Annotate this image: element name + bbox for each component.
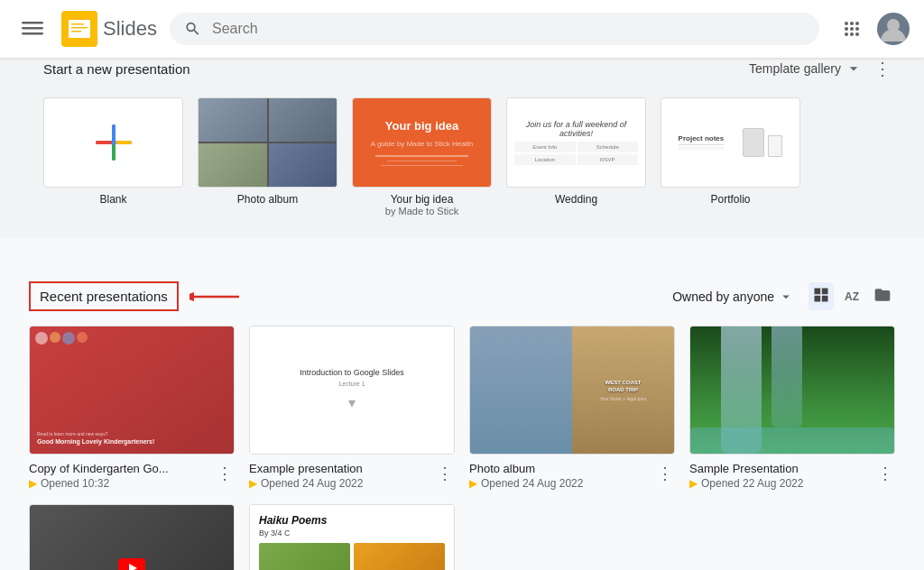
sort-button[interactable]: AZ <box>841 287 863 307</box>
menu-icon[interactable] <box>14 10 51 49</box>
template-label-wedding: Wedding <box>555 193 597 206</box>
presentation-card-example[interactable]: Introduction to Google Slides Lecture 1 … <box>249 326 455 490</box>
grid-view-button[interactable] <box>808 282 834 310</box>
wedding-preview: Join us for a full weekend of activities… <box>514 120 638 165</box>
search-bar[interactable] <box>170 13 819 45</box>
recent-header: Recent presentations Owned by anyone <box>29 281 895 311</box>
example-preview: Introduction to Google Slides Lecture 1 … <box>250 326 454 454</box>
pres-title-sample: Sample Presentation <box>689 462 875 475</box>
pres-more-sample[interactable]: ⋮ <box>875 462 895 485</box>
owned-by-label: Owned by anyone <box>672 290 774 304</box>
template-section-title: Start a new presentation <box>43 61 190 77</box>
apps-grid-icon[interactable] <box>834 11 870 47</box>
haiku-title-text: Haiku Poems <box>259 514 445 527</box>
owned-by-chevron-icon <box>778 289 794 305</box>
templates-grid: Blank Photo album Your big idea A guide … <box>43 97 924 216</box>
search-icon <box>184 20 201 38</box>
template-item-wedding[interactable]: Join us for a full weekend of activities… <box>506 97 646 206</box>
presentations-grid: Read to learn more and new ways? Good Mo… <box>29 326 895 570</box>
template-item-blank[interactable]: Blank <box>43 97 183 206</box>
pres-more-kinder[interactable]: ⋮ <box>215 462 235 485</box>
slides-icon-photo: ▶ <box>469 477 477 490</box>
pres-more-example[interactable]: ⋮ <box>435 462 455 485</box>
recent-title-wrapper: Recent presentations <box>29 281 244 311</box>
presentation-card-haiku[interactable]: Haiku Poems By 3/4 C Haiku Poems 3/4 C ▶… <box>249 504 455 571</box>
pres-more-photo-album[interactable]: ⋮ <box>655 462 675 485</box>
pres-time-photo-album: Opened 24 Aug 2022 <box>481 477 583 490</box>
template-more-button[interactable]: ⋮ <box>870 54 895 83</box>
portfolio-preview: Project notes <box>669 128 792 157</box>
template-item-big-idea[interactable]: Your big idea A guide by Made to Stick H… <box>352 97 492 216</box>
presentation-card-kinder[interactable]: Read to learn more and new ways? Good Mo… <box>29 326 235 490</box>
svg-point-14 <box>845 32 848 36</box>
svg-point-12 <box>850 27 854 31</box>
sort-label: AZ <box>845 290 859 303</box>
youtube-logo <box>118 558 145 570</box>
svg-point-8 <box>845 22 848 25</box>
avatar[interactable] <box>877 13 910 45</box>
kinder-sub-text: Read to learn more and new ways? <box>37 431 226 437</box>
kinder-preview: Read to learn more and new ways? Good Mo… <box>30 326 234 454</box>
pres-info-kinder: Copy of Kindergarten Go... ▶ Opened 10:3… <box>29 462 235 490</box>
view-icons: AZ <box>808 282 895 310</box>
search-input[interactable] <box>212 21 805 37</box>
presentation-card-photo-album[interactable]: WEST COASTROAD TRIP Your footer + legal … <box>469 326 675 490</box>
slides-icon-kinder: ▶ <box>29 477 37 490</box>
arrow-indicator-icon <box>189 283 244 310</box>
youtube-preview <box>30 505 234 571</box>
template-gallery-arrow-icon <box>845 60 863 78</box>
grid-view-icon <box>812 286 830 304</box>
template-label-portfolio: Portfolio <box>710 193 750 206</box>
template-gallery-button[interactable]: Template gallery <box>749 60 863 78</box>
folder-view-button[interactable] <box>870 282 895 310</box>
template-label-photo-album: Photo album <box>237 193 298 206</box>
svg-point-15 <box>850 32 854 36</box>
presentation-card-youtube[interactable]: Embed YouTube Video in ... ▶ Opened 18 A… <box>29 504 235 571</box>
plus-icon <box>92 121 135 164</box>
header: Slides <box>0 0 924 58</box>
pres-meta-photo-album: ▶ Opened 24 Aug 2022 <box>469 477 655 490</box>
example-title-text: Introduction to Google Slides <box>300 368 404 377</box>
template-section: Start a new presentation Template galler… <box>0 36 924 238</box>
pres-left-kinder: Copy of Kindergarten Go... ▶ Opened 10:3… <box>29 462 215 490</box>
folder-view-icon <box>873 286 892 304</box>
app-name: Slides <box>103 17 157 41</box>
big-idea-title-text: Your big idea <box>385 119 458 134</box>
owned-by-dropdown[interactable]: Owned by anyone <box>672 289 794 305</box>
template-item-photo-album[interactable]: Photo album <box>198 97 337 206</box>
kinder-main-text: Good Morning Lovely Kindergarteners! <box>37 438 226 446</box>
template-thumb-portfolio: Project notes <box>661 97 800 188</box>
presentation-card-sample[interactable]: Sample Presentation ▶ Opened 22 Aug 2022… <box>689 326 895 490</box>
slides-logo-icon <box>61 11 97 47</box>
template-item-portfolio[interactable]: Project notes Portfolio <box>661 97 800 206</box>
pres-thumb-sample <box>689 326 895 455</box>
pres-title-example: Example presentation <box>249 462 435 475</box>
svg-rect-5 <box>71 23 84 25</box>
header-logo[interactable]: Slides <box>61 11 157 47</box>
svg-rect-1 <box>22 27 43 30</box>
pres-left-photo-album: Photo album ▶ Opened 24 Aug 2022 <box>469 462 655 490</box>
recent-controls: Owned by anyone AZ <box>672 282 895 310</box>
example-arrow-icon: ▾ <box>348 394 356 411</box>
template-label-big-idea: Your big idea <box>391 193 454 206</box>
photo-album-preview: WEST COASTROAD TRIP Your footer + legal … <box>470 326 674 454</box>
svg-rect-6 <box>71 27 88 29</box>
slides-icon-sample: ▶ <box>689 477 698 490</box>
template-label-blank: Blank <box>99 193 126 206</box>
template-gallery-label: Template gallery <box>749 61 841 76</box>
template-thumb-blank <box>43 97 183 188</box>
pres-meta-sample: ▶ Opened 22 Aug 2022 <box>689 477 875 490</box>
svg-point-9 <box>850 22 854 25</box>
big-idea-subtitle: A guide by Made to Stick Health <box>371 140 473 148</box>
pres-info-photo-album: Photo album ▶ Opened 24 Aug 2022 ⋮ <box>469 462 675 490</box>
pres-info-example: Example presentation ▶ Opened 24 Aug 202… <box>249 462 455 490</box>
example-lecture-text: Lecture 1 <box>338 381 365 387</box>
svg-rect-7 <box>71 31 81 32</box>
svg-point-10 <box>855 22 859 25</box>
template-thumb-wedding: Join us for a full weekend of activities… <box>506 97 646 188</box>
pres-meta-example: ▶ Opened 24 Aug 2022 <box>249 477 435 490</box>
svg-rect-4 <box>69 20 90 38</box>
template-thumb-big-idea: Your big idea A guide by Made to Stick H… <box>352 97 492 188</box>
template-thumb-photo-album <box>198 97 337 188</box>
haiku-by-text: By 3/4 C <box>259 529 445 538</box>
